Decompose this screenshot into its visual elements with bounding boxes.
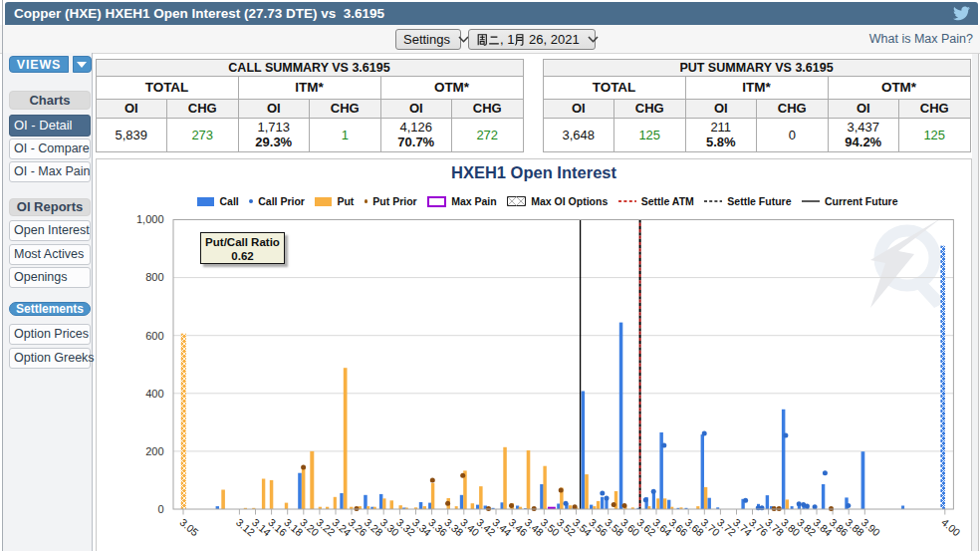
svg-text:400: 400 bbox=[145, 388, 163, 400]
svg-text:0: 0 bbox=[157, 503, 163, 515]
svg-text:600: 600 bbox=[145, 330, 163, 342]
svg-text:800: 800 bbox=[145, 271, 163, 283]
svg-text:3.05: 3.05 bbox=[178, 516, 201, 538]
svg-text:200: 200 bbox=[145, 445, 163, 457]
svg-text:3.90: 3.90 bbox=[859, 516, 882, 538]
svg-text:4.00: 4.00 bbox=[939, 516, 962, 538]
svg-text:1,000: 1,000 bbox=[136, 213, 164, 225]
